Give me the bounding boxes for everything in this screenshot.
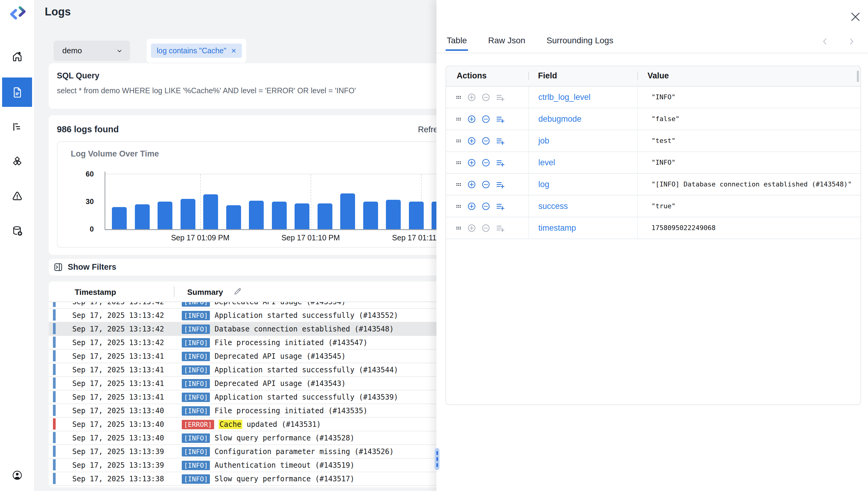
exclude-filter-icon[interactable] — [481, 180, 491, 189]
volume-bar[interactable] — [294, 203, 309, 229]
volume-bar[interactable] — [317, 203, 332, 229]
add-column-icon[interactable] — [495, 114, 505, 124]
sidebar-item-logs[interactable] — [2, 78, 32, 107]
tab-surrounding-logs[interactable]: Surrounding Logs — [547, 36, 613, 49]
field-name-link[interactable]: log — [538, 174, 549, 195]
field-value: "test" — [651, 130, 675, 151]
drag-handle-icon[interactable] — [455, 94, 462, 101]
drag-handle-icon[interactable] — [455, 203, 462, 210]
volume-bar[interactable] — [386, 200, 401, 229]
volume-bar[interactable] — [363, 202, 378, 229]
column-header-summary[interactable]: Summary — [187, 288, 223, 297]
exclude-filter-icon[interactable] — [481, 136, 491, 146]
level-accent-bar — [53, 391, 56, 402]
log-message: Configuration parameter missing (#143526… — [214, 447, 394, 456]
row-actions — [455, 108, 505, 129]
field-name-link[interactable]: level — [538, 152, 555, 173]
logs-document-icon — [11, 86, 23, 98]
chart-title: Log Volume Over Time — [71, 149, 159, 158]
field-table-row: success "true" — [446, 196, 861, 218]
exclude-filter-icon[interactable] — [481, 223, 491, 233]
level-badge: [INFO] — [182, 338, 210, 348]
row-actions — [455, 87, 505, 108]
drag-handle-icon[interactable] — [455, 181, 462, 188]
sidebar-item-services[interactable] — [10, 155, 24, 168]
include-filter-icon[interactable] — [467, 202, 476, 211]
volume-bar[interactable] — [158, 202, 173, 229]
exclude-filter-icon[interactable] — [481, 202, 491, 211]
volume-bar[interactable] — [226, 205, 241, 229]
sidebar-item-alerts[interactable] — [10, 190, 24, 203]
column-header-actions: Actions — [457, 71, 487, 81]
row-actions — [455, 196, 505, 217]
field-value: "false" — [651, 108, 680, 129]
sidebar-item-datasources[interactable] — [10, 224, 24, 238]
drag-handle-icon[interactable] — [455, 138, 462, 144]
panel-resize-handle[interactable] — [435, 448, 439, 470]
volume-bar[interactable] — [181, 199, 195, 229]
filter-chip-remove-icon[interactable]: × — [231, 47, 236, 55]
page-title: Logs — [45, 5, 71, 18]
sql-query-text: select * from demo WHERE log LIKE '%Cach… — [57, 86, 356, 95]
sidebar-item-home[interactable] — [10, 50, 24, 63]
exclude-filter-icon[interactable] — [481, 158, 491, 167]
dataset-select-value: demo — [62, 46, 82, 55]
field-name-link[interactable]: job — [538, 130, 549, 151]
include-filter-icon[interactable] — [467, 93, 476, 102]
volume-bar[interactable] — [249, 201, 264, 229]
next-log-button[interactable] — [847, 36, 856, 48]
tab-raw-json[interactable]: Raw Json — [488, 36, 525, 49]
field-value: "INFO" — [651, 87, 675, 108]
include-filter-icon[interactable] — [467, 158, 476, 167]
include-filter-icon[interactable] — [467, 114, 476, 124]
add-column-icon[interactable] — [495, 136, 505, 146]
edit-columns-icon[interactable] — [233, 287, 242, 297]
close-icon[interactable] — [851, 12, 860, 23]
field-value: "INFO" — [651, 152, 675, 173]
include-filter-icon[interactable] — [467, 180, 476, 189]
field-name-link[interactable]: timestamp — [538, 218, 576, 238]
level-accent-bar — [53, 337, 56, 348]
volume-bar[interactable] — [272, 202, 287, 229]
add-column-icon[interactable] — [495, 180, 505, 189]
field-name-link[interactable]: ctrlb_log_level — [538, 87, 591, 108]
drag-handle-icon[interactable] — [455, 225, 462, 232]
volume-bar[interactable] — [409, 202, 424, 229]
volume-bar[interactable] — [112, 207, 127, 229]
level-accent-bar — [53, 302, 56, 307]
exclude-filter-icon[interactable] — [481, 93, 491, 102]
add-column-icon[interactable] — [495, 223, 505, 233]
sidebar-item-traces[interactable] — [10, 120, 24, 134]
log-timestamp: Sep 17, 2025 13:13:42 — [72, 302, 164, 309]
prev-log-button[interactable] — [820, 36, 830, 48]
include-filter-icon[interactable] — [467, 136, 476, 146]
field-name-link[interactable]: success — [538, 196, 568, 217]
dataset-select[interactable]: demo — [54, 40, 130, 61]
scrollbar-thumb[interactable] — [857, 70, 859, 82]
include-filter-icon[interactable] — [467, 223, 476, 233]
add-column-icon[interactable] — [495, 202, 505, 211]
log-timestamp: Sep 17, 2025 13:13:40 — [72, 431, 164, 445]
row-actions — [455, 218, 505, 238]
drag-handle-icon[interactable] — [455, 159, 462, 166]
tab-table[interactable]: Table — [447, 36, 467, 49]
volume-bar[interactable] — [340, 194, 355, 229]
filter-chip[interactable]: log contains "Cache" × — [151, 44, 242, 58]
cubes-icon — [11, 156, 23, 167]
volume-bar[interactable] — [203, 194, 218, 229]
chevron-down-icon — [116, 47, 123, 55]
field-name-link[interactable]: debugmode — [538, 108, 582, 129]
y-axis-tick: 60 — [58, 170, 94, 178]
level-accent-bar — [53, 309, 56, 321]
column-header-timestamp[interactable]: Timestamp — [75, 288, 116, 297]
field-value: "[INFO] Database connection established … — [651, 174, 852, 195]
add-column-icon[interactable] — [495, 158, 505, 167]
log-timestamp: Sep 17, 2025 13:13:41 — [72, 391, 164, 404]
drag-handle-icon[interactable] — [455, 116, 462, 123]
level-accent-bar — [53, 364, 56, 375]
sidebar-item-account[interactable] — [10, 469, 24, 482]
volume-bar[interactable] — [135, 204, 150, 229]
field-table-row: debugmode "false" — [446, 108, 861, 130]
exclude-filter-icon[interactable] — [481, 114, 491, 124]
add-column-icon[interactable] — [495, 93, 505, 102]
